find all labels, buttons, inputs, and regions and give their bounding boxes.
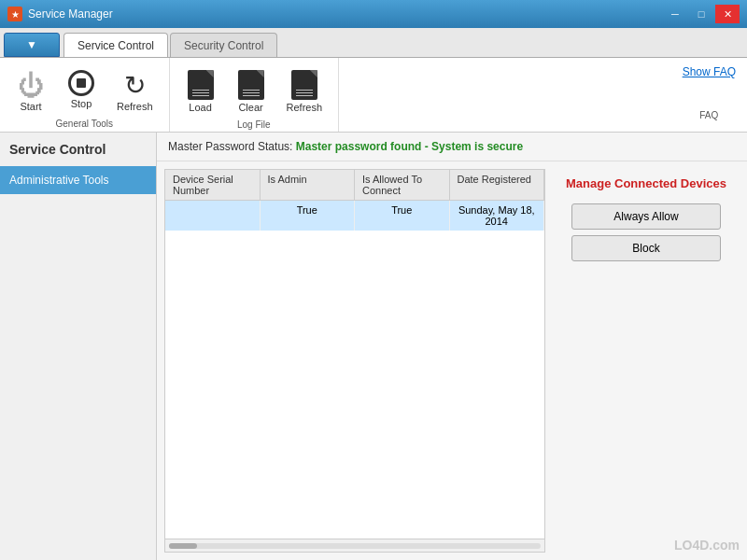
table-body: True True Sunday, May 18, 2014 [165,201,544,539]
tab-security-control-label: Security Control [184,39,263,52]
refresh-general-icon: ↻ [124,70,146,101]
ribbon-section-logfile: Load Clear [170,58,340,132]
cell-is-admin: True [261,201,356,231]
content-area: Master Password Status: Master password … [157,133,747,560]
sidebar-item-admin-tools[interactable]: Administrative Tools [0,166,156,194]
sidebar-title: Service Control [0,133,156,166]
col-is-allowed: Is Allowed To Connect [355,170,450,200]
log-file-label: Log File [177,118,331,133]
tab-dropdown[interactable]: ▼ [4,33,60,57]
app-icon: ★ [7,7,22,21]
power-icon: ⏻ [18,70,44,101]
cell-is-allowed: True [355,201,450,231]
col-serial: Device Serial Number [165,170,261,200]
refresh-general-button[interactable]: ↻ Refresh [108,65,162,117]
manage-panel: Manage Connected Devices Always Allow Bl… [553,169,740,553]
refresh-general-label: Refresh [117,101,153,112]
block-button[interactable]: Block [571,235,721,261]
refresh-log-button[interactable]: Refresh [278,65,331,118]
load-icon [188,70,214,100]
status-value: Master password found - System is secure [296,140,523,153]
window-title: Service Manager [28,7,113,21]
stop-button[interactable]: Stop [58,65,105,114]
device-table: Device Serial Number Is Admin Is Allowed… [164,169,545,553]
clear-icon [238,70,264,100]
faq-label: FAQ [683,108,736,124]
dropdown-arrow-icon: ▼ [26,38,37,51]
cell-date: Sunday, May 18, 2014 [450,201,545,231]
sidebar-item-admin-tools-label: Administrative Tools [9,174,109,187]
table-row[interactable]: True True Sunday, May 18, 2014 [165,201,544,231]
clear-button[interactable]: Clear [228,65,275,118]
tab-service-control-label: Service Control [78,39,154,52]
always-allow-button[interactable]: Always Allow [571,203,721,230]
ribbon-section-faq: Show FAQ FAQ [671,58,747,132]
titlebar: ★ Service Manager ─ □ ✕ [0,0,747,28]
ribbon-section-general: ⏻ Start Stop ↻ Refresh General Tools [0,58,170,132]
window-controls: ─ □ ✕ [663,5,740,23]
table-header: Device Serial Number Is Admin Is Allowed… [165,170,544,201]
data-area: Device Serial Number Is Admin Is Allowed… [157,161,747,560]
tab-service-control[interactable]: Service Control [63,33,168,57]
status-bar: Master Password Status: Master password … [157,133,747,161]
load-button[interactable]: Load [177,65,224,118]
col-is-admin: Is Admin [261,170,356,200]
clear-label: Clear [238,102,262,113]
start-button[interactable]: ⏻ Start [7,65,54,117]
manage-title: Manage Connected Devices [553,169,740,198]
minimize-button[interactable]: ─ [663,5,687,23]
sidebar: Service Control Administrative Tools [0,133,157,560]
refresh-log-icon [291,70,317,100]
main-area: Service Control Administrative Tools Mas… [0,133,747,560]
close-button[interactable]: ✕ [715,5,740,23]
stop-label: Stop [71,98,92,109]
col-date: Date Registered [450,170,545,200]
load-label: Load [189,102,211,113]
tabbar: ▼ Service Control Security Control [0,28,747,58]
ribbon: ⏻ Start Stop ↻ Refresh General Tools [0,58,747,133]
start-label: Start [20,101,41,112]
cell-serial [165,201,261,231]
show-faq-link[interactable]: Show FAQ [683,65,736,78]
stop-icon [68,70,94,96]
horizontal-scrollbar[interactable] [165,539,544,552]
maximize-button[interactable]: □ [689,5,713,23]
general-tools-label: General Tools [7,117,162,133]
tab-security-control[interactable]: Security Control [170,33,277,57]
status-label: Master Password Status: [168,140,292,153]
refresh-log-label: Refresh [287,102,323,113]
